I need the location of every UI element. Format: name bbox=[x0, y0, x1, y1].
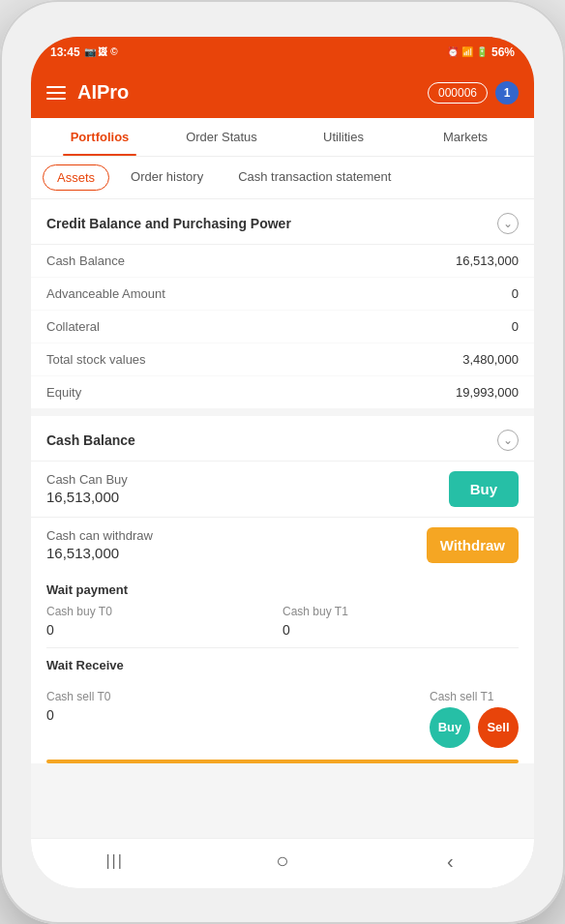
header-left: AIPro bbox=[46, 81, 129, 104]
cash-buy-t0-item: Cash buy T0 0 bbox=[46, 605, 282, 638]
cash-sell-t1-label: Cash sell T1 bbox=[430, 690, 493, 703]
wait-receive-row: Cash sell T0 0 Cash sell T1 Buy Sell bbox=[31, 690, 534, 760]
withdraw-button[interactable]: Withdraw bbox=[427, 527, 519, 563]
subnav-order-history[interactable]: Order history bbox=[117, 164, 217, 191]
status-indicators: ⏰ 📶 🔋 56% bbox=[447, 45, 515, 59]
cash-buy-t1-label: Cash buy T1 bbox=[282, 605, 348, 618]
wait-receive-section: Wait Receive bbox=[31, 648, 534, 690]
wait-payment-title: Wait payment bbox=[46, 582, 519, 597]
bottom-navigation: ||| ○ ‹ bbox=[31, 838, 534, 888]
wait-payment-section: Wait payment Cash buy T0 0 Cash buy T1 0 bbox=[31, 573, 534, 647]
fab-sell-button[interactable]: Sell bbox=[478, 707, 519, 748]
cash-balance-section: Cash Balance ⌄ Cash Can Buy 16,513,000 B… bbox=[31, 416, 534, 763]
credit-section-toggle[interactable]: ⌄ bbox=[497, 213, 519, 234]
cash-can-buy-row: Cash Can Buy 16,513,000 Buy bbox=[31, 462, 534, 518]
cash-buy-t0-label: Cash buy T0 bbox=[46, 605, 112, 618]
credit-row-collateral: Collateral 0 bbox=[31, 311, 534, 343]
nav-markets[interactable]: Markets bbox=[404, 118, 526, 156]
cash-section-toggle[interactable]: ⌄ bbox=[497, 430, 519, 451]
cash-sell-t0-value: 0 bbox=[46, 707, 54, 723]
yellow-indicator-bar bbox=[46, 760, 519, 763]
credit-balance-section: Credit Balance and Purchasing Power ⌄ Ca… bbox=[31, 199, 534, 408]
nav-order-status[interactable]: Order Status bbox=[161, 118, 282, 156]
fab-buy-button[interactable]: Buy bbox=[430, 707, 470, 748]
recent-apps-button[interactable]: ||| bbox=[94, 840, 136, 882]
action-fab-buttons: Buy Sell bbox=[430, 707, 519, 748]
back-button[interactable]: ‹ bbox=[429, 840, 471, 882]
wait-receive-title: Wait Receive bbox=[46, 658, 519, 672]
subnav-assets[interactable]: Assets bbox=[43, 164, 109, 191]
cash-buy-t1-item: Cash buy T1 0 bbox=[282, 605, 519, 638]
credit-section-header: Credit Balance and Purchasing Power ⌄ bbox=[31, 199, 534, 245]
credit-row-stock-values: Total stock values 3,480,000 bbox=[31, 343, 534, 376]
app-title: AIPro bbox=[77, 81, 129, 104]
header-right: 000006 1 bbox=[428, 81, 519, 104]
cash-section-title: Cash Balance bbox=[46, 432, 135, 448]
nav-portfolios[interactable]: Portfolios bbox=[39, 118, 161, 156]
hamburger-menu-button[interactable] bbox=[46, 86, 66, 100]
status-time: 13:45 📷 🖼 © bbox=[50, 45, 118, 59]
phone-frame: 13:45 📷 🖼 © ⏰ 📶 🔋 56% AIPro 000006 1 bbox=[0, 0, 565, 924]
credit-section-title: Credit Balance and Purchasing Power bbox=[46, 216, 291, 231]
account-number-badge[interactable]: 000006 bbox=[428, 82, 488, 104]
credit-row-cash-balance: Cash Balance 16,513,000 bbox=[31, 245, 534, 278]
buy-button[interactable]: Buy bbox=[449, 471, 519, 507]
cash-sell-t0-item: Cash sell T0 0 bbox=[46, 690, 430, 723]
credit-row-advanceable: Advanceable Amount 0 bbox=[31, 278, 534, 311]
main-content: Credit Balance and Purchasing Power ⌄ Ca… bbox=[31, 199, 534, 838]
cash-buy-t1-value: 0 bbox=[282, 622, 290, 638]
notification-badge[interactable]: 1 bbox=[495, 81, 519, 104]
main-navigation: Portfolios Order Status Utilities Market… bbox=[31, 118, 534, 157]
home-button[interactable]: ○ bbox=[261, 840, 304, 882]
cash-section-header: Cash Balance ⌄ bbox=[31, 416, 534, 462]
nav-utilities[interactable]: Utilities bbox=[282, 118, 404, 156]
cash-sell-t0-label: Cash sell T0 bbox=[46, 690, 110, 703]
status-bar: 13:45 📷 🖼 © ⏰ 📶 🔋 56% bbox=[31, 37, 534, 68]
app-header: AIPro 000006 1 bbox=[31, 68, 534, 118]
subnav-cash-statement[interactable]: Cash transaction statement bbox=[224, 164, 404, 191]
credit-row-equity: Equity 19,993,000 bbox=[31, 376, 534, 408]
phone-screen: 13:45 📷 🖼 © ⏰ 📶 🔋 56% AIPro 000006 1 bbox=[31, 37, 534, 888]
wait-payment-cols: Cash buy T0 0 Cash buy T1 0 bbox=[46, 605, 519, 638]
cash-withdraw-row: Cash can withdraw 16,513,000 Withdraw bbox=[31, 518, 534, 573]
cash-buy-t0-value: 0 bbox=[46, 622, 54, 638]
sub-navigation: Assets Order history Cash transaction st… bbox=[31, 157, 534, 199]
